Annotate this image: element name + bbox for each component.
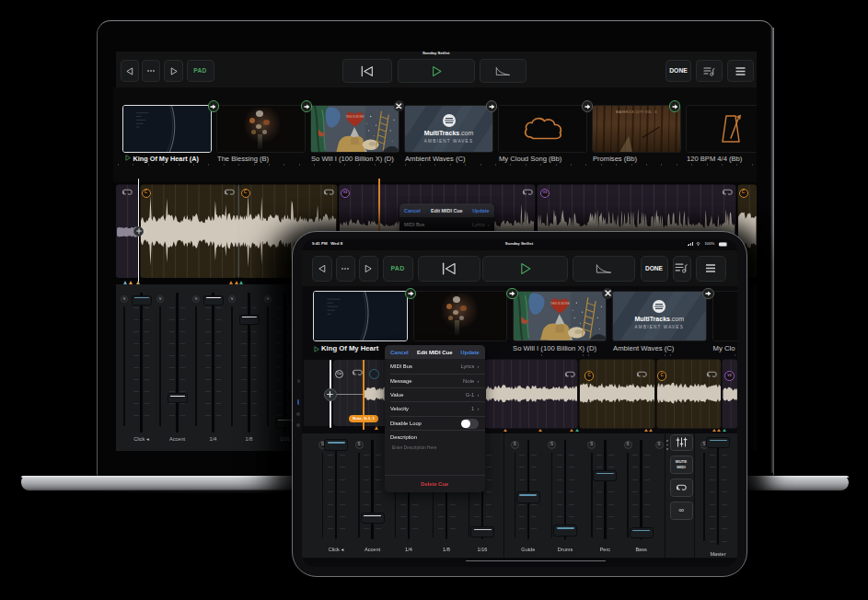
svg-text:THIS IS MORE: THIS IS MORE xyxy=(346,115,365,119)
svg-text:MAVERICK CITY VOL. 3: MAVERICK CITY VOL. 3 xyxy=(616,110,656,114)
svg-text:THIS IS MORE: THIS IS MORE xyxy=(550,302,569,306)
